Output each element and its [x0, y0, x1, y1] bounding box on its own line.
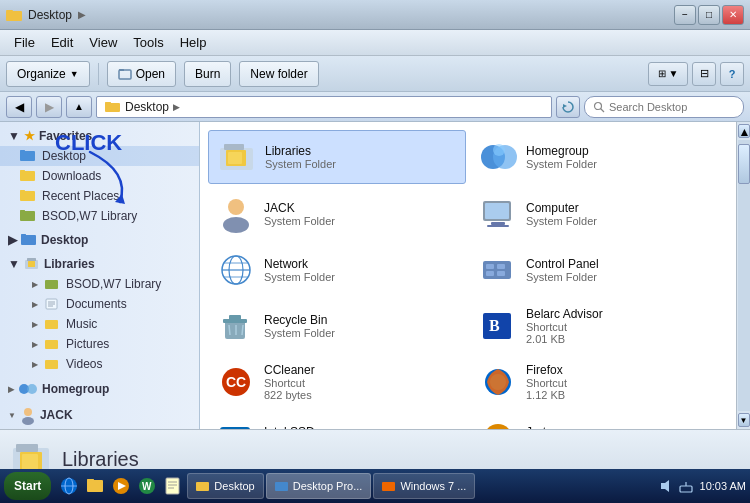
firefox-type: Shortcut — [526, 377, 720, 389]
open-button[interactable]: Open — [107, 61, 176, 87]
new-folder-button[interactable]: New folder — [239, 61, 318, 87]
svg-rect-4 — [105, 103, 120, 112]
item-jarte[interactable]: J Jarte Shortcut — [470, 412, 728, 429]
scrollbar[interactable]: ▲ ▼ — [736, 122, 750, 429]
taskbar-item-desktoppro[interactable]: Desktop Pro... — [266, 473, 372, 499]
belarc-info: Belarc Advisor Shortcut 2.01 KB — [526, 307, 720, 345]
minimize-button[interactable]: − — [674, 5, 696, 25]
start-button[interactable]: Start — [4, 472, 51, 500]
item-network[interactable]: Network System Folder — [208, 244, 466, 296]
burn-button[interactable]: Burn — [184, 61, 231, 87]
item-intel[interactable]: intel Intel SSD Shortcut — [208, 412, 466, 429]
sidebar-desktop-label: Desktop — [42, 149, 86, 163]
svg-rect-17 — [20, 210, 25, 212]
view-toggle-button[interactable]: ⊞ ▼ — [648, 62, 688, 86]
menu-bar: File Edit View Tools Help — [0, 30, 750, 56]
sidebar-item-music[interactable]: ▶ Music — [0, 314, 199, 334]
downloads-folder-icon — [20, 169, 36, 183]
help-button[interactable]: ? — [720, 62, 744, 86]
address-path[interactable]: Desktop ▶ — [96, 96, 552, 118]
sidebar-item-recent[interactable]: Recent Places — [0, 186, 199, 206]
svg-rect-36 — [224, 144, 244, 150]
svg-marker-6 — [563, 104, 567, 108]
menu-tools[interactable]: Tools — [125, 32, 171, 53]
item-firefox[interactable]: Firefox Shortcut 1.12 KB — [470, 356, 728, 408]
item-jack[interactable]: JACK System Folder — [208, 188, 466, 240]
notepad-icon[interactable] — [161, 474, 185, 498]
address-bar: ◀ ▶ ▲ Desktop ▶ — [0, 92, 750, 122]
winamp-icon[interactable]: W — [135, 474, 159, 498]
item-ccleaner[interactable]: CC CCleaner Shortcut 822 bytes — [208, 356, 466, 408]
sidebar-recent-label: Recent Places — [42, 189, 119, 203]
ccleaner-type: Shortcut — [264, 377, 458, 389]
svg-point-42 — [228, 199, 244, 215]
sidebar-item-documents[interactable]: ▶ Documents — [0, 294, 199, 314]
explorer-taskbar-icon[interactable] — [83, 474, 107, 498]
favorites-section: ▼ ★ Favorites Desktop CLICK — [0, 126, 199, 226]
libraries-header[interactable]: ▼ Libraries — [0, 254, 199, 274]
refresh-button[interactable] — [556, 96, 580, 118]
preview-pane-button[interactable]: ⊟ — [692, 62, 716, 86]
svg-rect-22 — [28, 261, 35, 267]
volume-icon[interactable] — [658, 478, 674, 494]
menu-edit[interactable]: Edit — [43, 32, 81, 53]
homegroup-type: System Folder — [526, 158, 720, 170]
search-box[interactable] — [584, 96, 744, 118]
sidebar-item-videos[interactable]: ▶ Videos — [0, 354, 199, 374]
title-bar: Desktop ▶ − □ ✕ — [0, 0, 750, 30]
sidebar-item-bsod-fav[interactable]: BSOD,W7 Library — [0, 206, 199, 226]
music-icon — [44, 317, 60, 331]
menu-file[interactable]: File — [6, 32, 43, 53]
jack-triangle: ▼ — [8, 411, 16, 420]
svg-rect-60 — [229, 315, 241, 320]
item-libraries[interactable]: Libraries System Folder — [208, 130, 466, 184]
burn-label: Burn — [195, 67, 220, 81]
ie-icon[interactable] — [57, 474, 81, 498]
menu-help[interactable]: Help — [172, 32, 215, 53]
address-folder-icon — [105, 100, 121, 114]
sidebar-item-bsod[interactable]: ▶ BSOD,W7 Library — [0, 274, 199, 294]
svg-point-41 — [493, 144, 505, 156]
up-button[interactable]: ▲ — [66, 96, 92, 118]
close-button[interactable]: ✕ — [722, 5, 744, 25]
jarte-icon: J — [478, 418, 518, 429]
taskbar-folder-icon — [196, 480, 210, 492]
search-icon — [593, 101, 605, 113]
taskbar-tray: 10:03 AM — [658, 478, 746, 494]
taskbar-item-win7[interactable]: Windows 7 ... — [373, 473, 475, 499]
sidebar-item-pictures[interactable]: ▶ Pictures — [0, 334, 199, 354]
desktop-header[interactable]: ▶ Desktop — [0, 230, 199, 250]
menu-view[interactable]: View — [81, 32, 125, 53]
maximize-button[interactable]: □ — [698, 5, 720, 25]
controlpanel-icon — [478, 250, 518, 290]
scroll-up-btn[interactable]: ▲ — [738, 124, 750, 138]
back-button[interactable]: ◀ — [6, 96, 32, 118]
media-player-icon[interactable] — [109, 474, 133, 498]
scroll-thumb[interactable] — [738, 144, 750, 184]
organize-button[interactable]: Organize ▼ — [6, 61, 90, 87]
network-tray-icon[interactable] — [678, 478, 694, 494]
item-homegroup[interactable]: Homegroup System Folder — [470, 130, 728, 184]
svg-rect-46 — [491, 222, 505, 225]
item-computer[interactable]: Computer System Folder — [470, 188, 728, 240]
forward-button[interactable]: ▶ — [36, 96, 62, 118]
item-belarc[interactable]: B Belarc Advisor Shortcut 2.01 KB — [470, 300, 728, 352]
svg-marker-91 — [661, 480, 669, 492]
item-recyclebin[interactable]: Recycle Bin System Folder — [208, 300, 466, 352]
sidebar-item-downloads[interactable]: Downloads — [0, 166, 199, 186]
sidebar-item-desktop[interactable]: Desktop CLICK — [0, 146, 199, 166]
intel-info: Intel SSD Shortcut — [264, 425, 458, 429]
search-input[interactable] — [609, 101, 729, 113]
scroll-down-btn[interactable]: ▼ — [738, 413, 750, 427]
svg-rect-29 — [45, 340, 58, 349]
svg-point-34 — [22, 417, 34, 425]
jack-header[interactable]: ▼ JACK — [0, 404, 199, 426]
item-controlpanel[interactable]: Control Panel System Folder — [470, 244, 728, 296]
taskbar-item-desktop[interactable]: Desktop — [187, 473, 263, 499]
sidebar-bsod-fav-label: BSOD,W7 Library — [42, 209, 137, 223]
svg-point-33 — [24, 408, 32, 416]
taskbar-item-win7-label: Windows 7 ... — [400, 480, 466, 492]
favorites-header[interactable]: ▼ ★ Favorites — [0, 126, 199, 146]
homegroup-header[interactable]: ▶ Homegroup — [0, 378, 199, 400]
libraries-icon — [217, 137, 257, 177]
